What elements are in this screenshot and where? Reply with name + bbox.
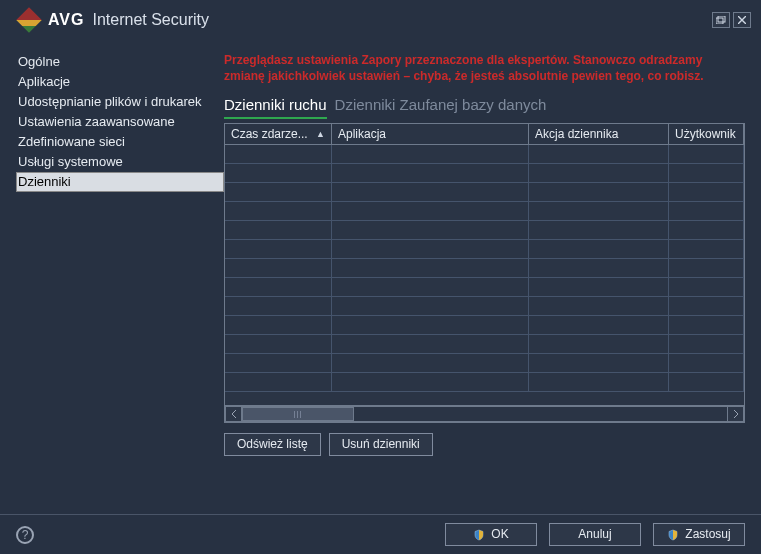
table-row xyxy=(225,259,744,278)
sidebar: Ogólne Aplikacje Udostępnianie plików i … xyxy=(16,52,224,508)
sidebar-item-services[interactable]: Usługi systemowe xyxy=(16,152,224,172)
sidebar-item-sharing[interactable]: Udostępnianie plików i drukarek xyxy=(16,92,224,112)
scroll-right-button[interactable] xyxy=(727,406,744,422)
log-tabs: Dzienniki ruchu Dzienniki Zaufanej bazy … xyxy=(224,96,745,119)
table-row xyxy=(225,335,744,354)
ok-button-label: OK xyxy=(491,526,508,543)
table-row xyxy=(225,354,744,373)
table-row xyxy=(225,278,744,297)
delete-logs-button[interactable]: Usuń dzienniki xyxy=(329,433,433,456)
shield-icon xyxy=(473,529,485,541)
apply-button-label: Zastosuj xyxy=(685,526,730,543)
logs-table: Czas zdarze... ▲ Aplikacja Akcja dzienni… xyxy=(224,123,745,423)
table-body xyxy=(225,145,744,405)
scrollbar-track[interactable] xyxy=(242,406,727,422)
sort-ascending-icon: ▲ xyxy=(316,129,325,139)
table-row xyxy=(225,202,744,221)
table-row xyxy=(225,297,744,316)
sidebar-item-networks[interactable]: Zdefiniowane sieci xyxy=(16,132,224,152)
avg-logo-icon xyxy=(16,7,41,32)
column-header-action[interactable]: Akcja dziennika xyxy=(529,124,669,145)
table-row xyxy=(225,145,744,164)
table-row xyxy=(225,240,744,259)
app-logo: AVG xyxy=(20,11,84,29)
sidebar-item-logs[interactable]: Dzienniki xyxy=(16,172,224,192)
footer-bar: ? OK Anuluj Zastosuj xyxy=(0,514,761,554)
title-bar: AVG Internet Security xyxy=(0,0,761,40)
sidebar-item-applications[interactable]: Aplikacje xyxy=(16,72,224,92)
table-header: Czas zdarze... ▲ Aplikacja Akcja dzienni… xyxy=(225,124,744,145)
column-header-application[interactable]: Aplikacja xyxy=(332,124,529,145)
column-header-label: Czas zdarze... xyxy=(231,127,308,141)
cancel-button[interactable]: Anuluj xyxy=(549,523,641,546)
restore-window-button[interactable] xyxy=(712,12,730,28)
app-title: Internet Security xyxy=(92,11,209,29)
table-row xyxy=(225,373,744,392)
tab-trusted-db-logs[interactable]: Dzienniki Zaufanej bazy danych xyxy=(335,96,547,117)
tab-traffic-logs[interactable]: Dzienniki ruchu xyxy=(224,96,327,119)
svg-rect-0 xyxy=(716,18,723,24)
shield-icon xyxy=(667,529,679,541)
scroll-left-button[interactable] xyxy=(225,406,242,422)
ok-button[interactable]: OK xyxy=(445,523,537,546)
column-header-user[interactable]: Użytkownik xyxy=(669,124,744,145)
table-row xyxy=(225,183,744,202)
apply-button[interactable]: Zastosuj xyxy=(653,523,745,546)
svg-rect-1 xyxy=(718,16,725,22)
refresh-list-button[interactable]: Odśwież listę xyxy=(224,433,321,456)
sidebar-item-general[interactable]: Ogólne xyxy=(16,52,224,72)
close-window-button[interactable] xyxy=(733,12,751,28)
help-icon[interactable]: ? xyxy=(16,526,34,544)
table-row xyxy=(225,164,744,183)
window-controls xyxy=(709,12,751,28)
expert-warning-text: Przeglądasz ustawienia Zapory przeznaczo… xyxy=(224,52,745,84)
brand-text: AVG xyxy=(48,11,84,29)
horizontal-scrollbar[interactable] xyxy=(225,405,744,422)
sidebar-item-advanced[interactable]: Ustawienia zaawansowane xyxy=(16,112,224,132)
table-row xyxy=(225,221,744,240)
table-row xyxy=(225,316,744,335)
scrollbar-thumb[interactable] xyxy=(242,407,354,421)
column-header-time[interactable]: Czas zdarze... ▲ xyxy=(225,124,332,145)
